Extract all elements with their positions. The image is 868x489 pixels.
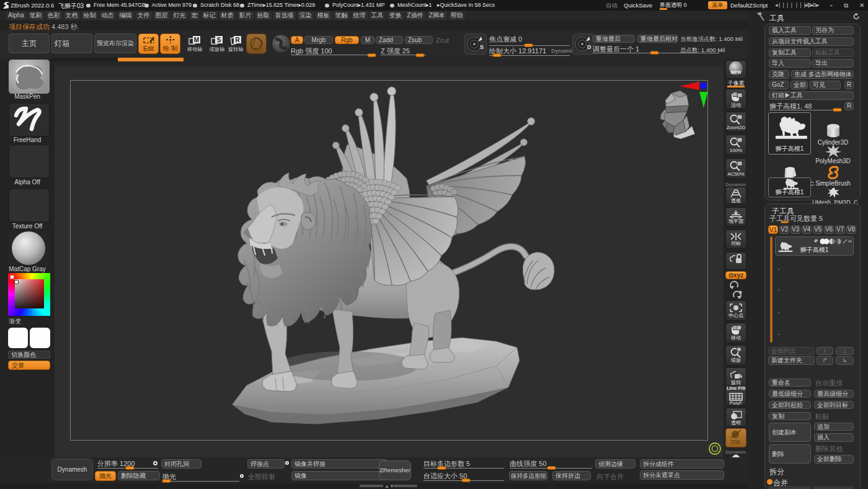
svg-text:M: M xyxy=(194,37,199,43)
svg-text:D: D xyxy=(587,44,591,50)
svg-text:S: S xyxy=(217,37,221,43)
svg-text:R: R xyxy=(235,37,240,43)
svg-text:S: S xyxy=(480,44,484,50)
